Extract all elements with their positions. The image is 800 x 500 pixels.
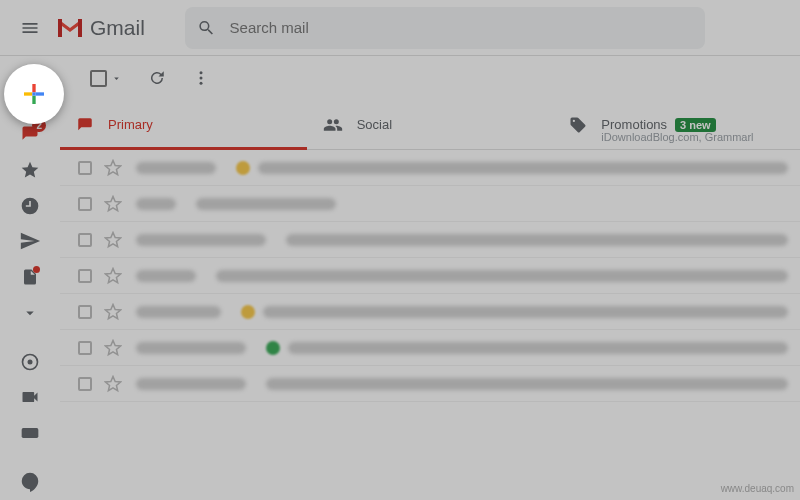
row-star[interactable] xyxy=(104,339,122,357)
main-menu-button[interactable] xyxy=(8,6,52,50)
keyboard-icon xyxy=(20,423,40,443)
email-row[interactable] xyxy=(60,258,800,294)
tab-primary-label: Primary xyxy=(108,117,153,132)
more-vert-icon xyxy=(192,69,210,87)
svg-point-1 xyxy=(28,359,33,364)
tab-primary[interactable]: Primary xyxy=(60,100,307,149)
main-area: Primary Social Promotions 3 new iDownloa… xyxy=(60,56,800,500)
compose-button[interactable] xyxy=(4,64,64,124)
sidebar-sent[interactable] xyxy=(10,225,50,259)
chevron-down-icon xyxy=(21,304,39,322)
more-button[interactable] xyxy=(192,69,210,87)
row-star[interactable] xyxy=(104,195,122,213)
hamburger-icon xyxy=(20,18,40,38)
tab-promotions[interactable]: Promotions 3 new iDownloadBlog.com, Gram… xyxy=(553,100,800,149)
promotions-new-badge: 3 new xyxy=(675,118,716,132)
toolbar xyxy=(60,56,800,100)
category-tabs: Primary Social Promotions 3 new iDownloa… xyxy=(60,100,800,150)
select-dropdown-icon[interactable] xyxy=(111,73,122,84)
video-icon xyxy=(20,387,40,407)
sidebar-snoozed[interactable] xyxy=(10,189,50,223)
plus-icon xyxy=(19,79,49,109)
refresh-icon xyxy=(148,69,166,87)
refresh-button[interactable] xyxy=(148,69,166,87)
svg-point-3 xyxy=(200,71,203,74)
primary-icon xyxy=(76,116,94,134)
email-list xyxy=(60,150,800,500)
header: Gmail xyxy=(0,0,800,56)
row-checkbox[interactable] xyxy=(78,305,92,319)
email-row[interactable] xyxy=(60,150,800,186)
svg-rect-8 xyxy=(32,96,35,104)
watermark: www.deuaq.com xyxy=(721,483,794,494)
email-row[interactable] xyxy=(60,330,800,366)
sidebar-hangouts[interactable] xyxy=(10,465,50,499)
row-checkbox[interactable] xyxy=(78,233,92,247)
people-icon xyxy=(323,115,343,135)
star-icon xyxy=(20,160,40,180)
svg-rect-9 xyxy=(24,92,32,95)
email-row[interactable] xyxy=(60,186,800,222)
select-all-checkbox[interactable] xyxy=(90,70,107,87)
row-star[interactable] xyxy=(104,231,122,249)
row-checkbox[interactable] xyxy=(78,197,92,211)
clock-icon xyxy=(20,196,40,216)
svg-rect-7 xyxy=(36,92,44,95)
sidebar-more[interactable] xyxy=(10,296,50,330)
row-star[interactable] xyxy=(104,159,122,177)
tag-icon xyxy=(569,116,587,134)
row-checkbox[interactable] xyxy=(78,341,92,355)
svg-rect-10 xyxy=(32,92,35,95)
gmail-icon xyxy=(56,17,84,39)
sidebar-starred[interactable] xyxy=(10,153,50,187)
tab-social-label: Social xyxy=(357,117,392,132)
hangouts-icon xyxy=(19,471,41,493)
gmail-logo[interactable]: Gmail xyxy=(56,16,145,40)
app-name: Gmail xyxy=(90,16,145,40)
row-checkbox[interactable] xyxy=(78,161,92,175)
row-checkbox[interactable] xyxy=(78,377,92,391)
email-row[interactable] xyxy=(60,366,800,402)
svg-point-4 xyxy=(200,77,203,80)
search-icon xyxy=(197,18,216,38)
search-bar[interactable] xyxy=(185,7,705,49)
chat-icon xyxy=(20,352,40,372)
sidebar-meet[interactable] xyxy=(10,381,50,415)
row-star[interactable] xyxy=(104,375,122,393)
tab-promotions-label: Promotions xyxy=(601,117,667,132)
row-star[interactable] xyxy=(104,267,122,285)
search-input[interactable] xyxy=(230,19,693,36)
sidebar-drafts[interactable] xyxy=(10,260,50,294)
email-row[interactable] xyxy=(60,222,800,258)
promotions-subtitle: iDownloadBlog.com, Grammarl xyxy=(601,131,753,143)
sidebar-chat[interactable] xyxy=(10,345,50,379)
email-row[interactable] xyxy=(60,294,800,330)
svg-point-5 xyxy=(200,82,203,85)
row-star[interactable] xyxy=(104,303,122,321)
svg-rect-2 xyxy=(22,428,39,438)
svg-rect-6 xyxy=(32,84,35,92)
send-icon xyxy=(19,230,41,252)
row-checkbox[interactable] xyxy=(78,269,92,283)
tab-social[interactable]: Social xyxy=(307,100,554,149)
sidebar-keyboard[interactable] xyxy=(10,416,50,450)
